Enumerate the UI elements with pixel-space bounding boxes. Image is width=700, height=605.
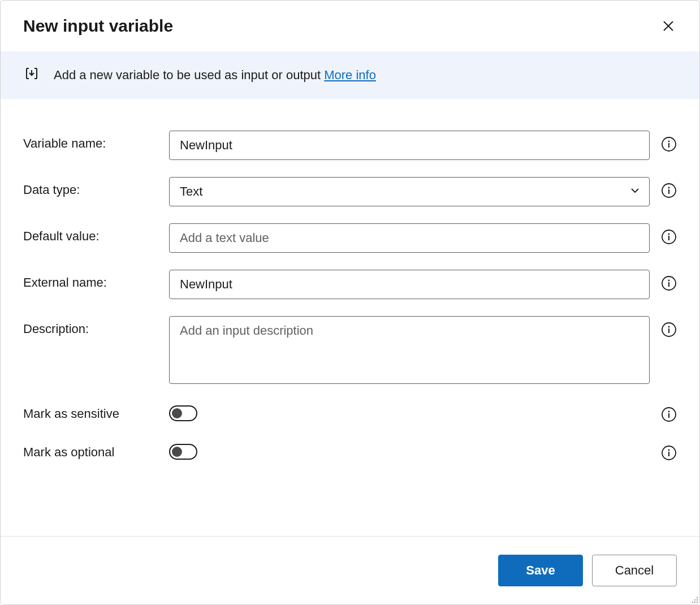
- save-button[interactable]: Save: [498, 555, 583, 586]
- svg-rect-8: [668, 236, 669, 240]
- dialog-header: New input variable: [1, 1, 699, 51]
- info-button-description[interactable]: [661, 322, 677, 338]
- info-banner: Add a new variable to be used as input o…: [1, 51, 699, 99]
- data-type-select[interactable]: Text: [169, 177, 650, 206]
- form-body: Variable name: Data type: Text Default v…: [1, 99, 699, 495]
- row-external-name: External name:: [23, 270, 677, 299]
- info-icon: [661, 229, 677, 245]
- info-button-mark-sensitive[interactable]: [661, 407, 677, 422]
- info-button-default-value[interactable]: [661, 229, 677, 245]
- svg-rect-11: [668, 282, 669, 287]
- row-variable-name: Variable name:: [23, 131, 677, 160]
- svg-point-10: [668, 280, 670, 282]
- svg-point-25: [694, 602, 695, 603]
- default-value-input[interactable]: [169, 223, 650, 253]
- label-mark-sensitive: Mark as sensitive: [23, 401, 160, 421]
- svg-point-13: [668, 326, 670, 328]
- svg-point-23: [697, 599, 698, 600]
- variable-name-input[interactable]: [169, 131, 650, 160]
- info-icon: [661, 183, 677, 198]
- info-icon: [661, 136, 677, 152]
- info-icon: [661, 445, 677, 461]
- svg-rect-20: [668, 452, 669, 456]
- svg-rect-17: [668, 413, 669, 418]
- info-button-external-name[interactable]: [661, 275, 677, 291]
- svg-point-21: [697, 597, 698, 598]
- info-icon: [661, 407, 677, 422]
- input-variable-icon: [23, 65, 40, 85]
- svg-point-4: [668, 187, 670, 189]
- svg-point-7: [668, 234, 670, 235]
- toggle-knob: [172, 408, 182, 418]
- label-mark-optional: Mark as optional: [23, 439, 160, 460]
- svg-point-19: [668, 450, 670, 451]
- svg-point-26: [697, 602, 698, 603]
- dialog-title: New input variable: [23, 16, 173, 36]
- info-button-mark-optional[interactable]: [661, 445, 677, 461]
- external-name-input[interactable]: [169, 270, 650, 299]
- label-external-name: External name:: [23, 270, 160, 290]
- row-data-type: Data type: Text: [23, 177, 677, 206]
- more-info-link[interactable]: More info: [324, 68, 376, 82]
- toggle-knob: [172, 447, 182, 457]
- row-default-value: Default value:: [23, 223, 677, 253]
- cancel-button[interactable]: Cancel: [592, 555, 677, 586]
- label-variable-name: Variable name:: [23, 131, 160, 151]
- svg-rect-2: [668, 143, 669, 148]
- mark-optional-toggle[interactable]: [169, 444, 197, 460]
- info-button-data-type[interactable]: [661, 183, 677, 198]
- close-icon: [662, 20, 675, 32]
- resize-grip-icon[interactable]: [689, 594, 698, 603]
- svg-point-1: [668, 141, 670, 142]
- row-mark-sensitive: Mark as sensitive: [23, 401, 677, 422]
- svg-rect-5: [668, 189, 669, 194]
- info-icon: [661, 322, 677, 338]
- banner-text: Add a new variable to be used as input o…: [54, 68, 376, 83]
- description-textarea[interactable]: [169, 316, 650, 384]
- dialog-footer: Save Cancel: [1, 536, 699, 604]
- label-data-type: Data type:: [23, 177, 160, 197]
- label-default-value: Default value:: [23, 223, 160, 244]
- svg-point-16: [668, 411, 670, 413]
- label-description: Description:: [23, 316, 160, 336]
- row-description: Description:: [23, 316, 677, 384]
- row-mark-optional: Mark as optional: [23, 439, 677, 461]
- svg-point-22: [694, 599, 695, 600]
- svg-rect-14: [668, 329, 669, 333]
- info-button-variable-name[interactable]: [661, 136, 677, 152]
- banner-message: Add a new variable to be used as input o…: [54, 68, 321, 82]
- close-button[interactable]: [660, 18, 677, 34]
- info-icon: [661, 275, 677, 291]
- svg-point-24: [692, 602, 693, 603]
- mark-sensitive-toggle[interactable]: [169, 405, 197, 421]
